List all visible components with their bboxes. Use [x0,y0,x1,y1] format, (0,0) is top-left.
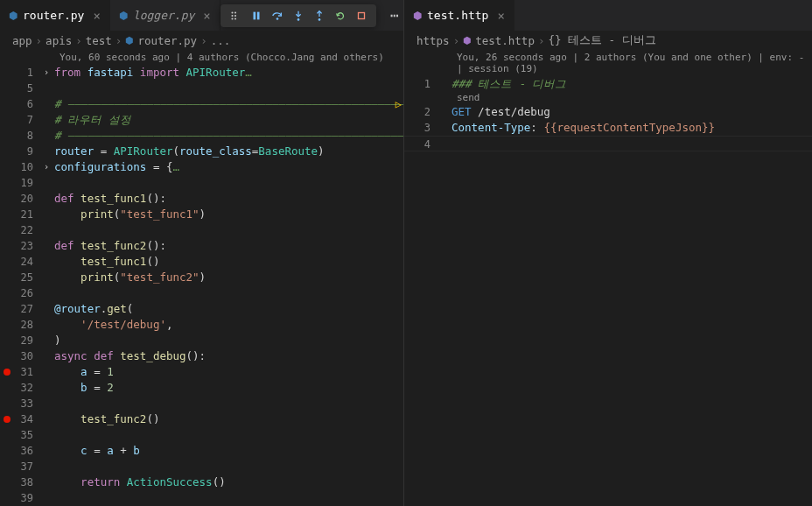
debug-grip-handle[interactable] [226,6,245,25]
svg-rect-6 [253,11,256,19]
tab-bar-left: ⬢ router.py × ⬢ logger.py × ⋯ [0,0,403,31]
tab-bar-right: ⬢ test.http × [404,0,812,31]
code-line[interactable]: 9router = APIRouter(route_class=BaseRout… [0,144,403,159]
send-request-link[interactable]: send [404,92,812,104]
breadcrumb-left[interactable]: app› apis› test› ⬢ router.py› ... [0,31,403,50]
more-actions-button[interactable]: ⋯ [383,7,406,24]
code-line[interactable]: 38 return ActionSuccess() [0,474,403,490]
code-line[interactable]: 3Content-Type: {{requestContentTypeJson}… [404,120,812,136]
tab-router-py[interactable]: ⬢ router.py × [0,0,110,31]
svg-point-1 [231,14,233,16]
code-line[interactable]: 19 [0,175,403,191]
svg-point-3 [234,11,236,13]
continue-icon[interactable]: ▷ [396,96,402,112]
code-line[interactable]: 32 b = 2 [0,380,403,396]
tab-label: logger.py [133,9,194,22]
codelens-right[interactable]: You, 26 seconds ago | 2 authors (You and… [404,50,812,76]
code-line[interactable]: 31 a = 1 [0,364,403,380]
http-icon: ⬢ [413,10,422,22]
code-line[interactable]: 8# –––––––––––––––––––––––––––––––––––––… [0,128,403,144]
code-line[interactable]: 2GET /test/debug [404,104,812,120]
code-line[interactable]: 28 '/test/debug', [0,317,403,333]
code-line[interactable]: 29) [0,333,403,348]
code-line[interactable]: 7# 라우터 설정 [0,112,403,128]
codelens-left[interactable]: You, 60 seconds ago | 4 authors (Chocco.… [0,50,403,65]
breadcrumb-item[interactable]: app [12,34,32,47]
code-line[interactable]: 22 [0,222,403,238]
code-line[interactable]: 1›from fastapi import APIRouter… [0,65,403,81]
svg-point-2 [231,18,233,19]
code-editor-right[interactable]: 1### 테스트 - 디버그send2GET /test/debug3Conte… [404,76,812,506]
code-line[interactable]: 24 test_func1() [0,254,403,270]
breadcrumb-item[interactable]: ... [211,34,231,47]
code-line[interactable]: 21 print("test_func1") [0,207,403,222]
breadcrumb-item[interactable]: https [416,34,450,47]
code-line[interactable]: 23def test_func2(): [0,238,403,254]
close-icon[interactable]: × [497,9,504,23]
editor-pane-right: ⬢ test.http × https› ⬢ test.http› {} 테스트… [404,0,812,506]
code-line[interactable]: 6# –––––––––––––––––––––––––––––––––––––… [0,96,403,112]
svg-point-10 [318,18,320,21]
close-icon[interactable]: × [93,9,100,23]
code-line[interactable]: 20def test_func1(): [0,191,403,207]
code-line[interactable]: 37 [0,459,403,474]
svg-point-4 [234,14,236,16]
breadcrumb-item[interactable]: {} 테스트 - 디버그 [548,33,655,48]
tab-label: test.http [427,9,488,22]
http-icon: ⬢ [463,35,472,46]
svg-point-8 [276,18,278,20]
debug-stop-button[interactable] [352,6,371,25]
breakpoint-icon[interactable] [4,416,10,423]
breadcrumb-item[interactable]: apis [46,34,72,47]
breadcrumb-item[interactable]: router.py [137,34,197,47]
breadcrumb-right[interactable]: https› ⬢ test.http› {} 테스트 - 디버그 [404,31,812,50]
fold-toggle[interactable]: › [38,159,54,175]
code-line[interactable]: 27@router.get( [0,301,403,317]
code-line[interactable]: 35 [0,427,403,443]
breakpoint-icon[interactable] [4,369,10,376]
code-line[interactable]: 26 [0,285,403,301]
code-line[interactable]: 10›configurations = {… [0,159,403,175]
code-line[interactable]: 4 [404,136,812,151]
debug-restart-button[interactable] [331,6,350,25]
code-line[interactable]: 25 print("test_func2") [0,270,403,285]
code-line[interactable]: 1### 테스트 - 디버그 [404,76,812,92]
close-icon[interactable]: × [203,9,210,23]
debug-pause-button[interactable] [247,6,266,25]
code-line[interactable]: 39 [0,490,403,506]
svg-point-5 [234,18,236,19]
code-line[interactable]: 36 c = a + b [0,443,403,459]
code-editor-left[interactable]: 1›from fastapi import APIRouter…56# ––––… [0,65,403,506]
breadcrumb-item[interactable]: test.http [475,34,535,47]
debug-toolbar [220,4,376,27]
debug-step-out-button[interactable] [310,6,329,25]
svg-point-0 [231,11,233,13]
editor-pane-left: ⬢ router.py × ⬢ logger.py × ⋯ app› apis›… [0,0,404,506]
svg-rect-7 [257,11,260,19]
svg-point-9 [297,18,299,21]
breadcrumb-item[interactable]: test [86,34,112,47]
debug-step-into-button[interactable] [289,6,308,25]
debug-step-over-button[interactable] [268,6,287,25]
code-line[interactable]: 30async def test_debug(): [0,348,403,364]
tab-logger-py[interactable]: ⬢ logger.py × [110,0,220,31]
code-line[interactable]: 34 test_func2() [0,411,403,427]
python-icon: ⬢ [125,35,134,46]
code-line[interactable]: 33 [0,396,403,411]
svg-rect-11 [358,12,364,18]
tab-test-http[interactable]: ⬢ test.http × [404,0,514,31]
code-line[interactable]: 5 [0,81,403,96]
python-icon: ⬢ [119,10,128,22]
tab-label: router.py [23,9,84,22]
fold-toggle[interactable]: › [38,65,54,81]
python-icon: ⬢ [9,10,18,22]
